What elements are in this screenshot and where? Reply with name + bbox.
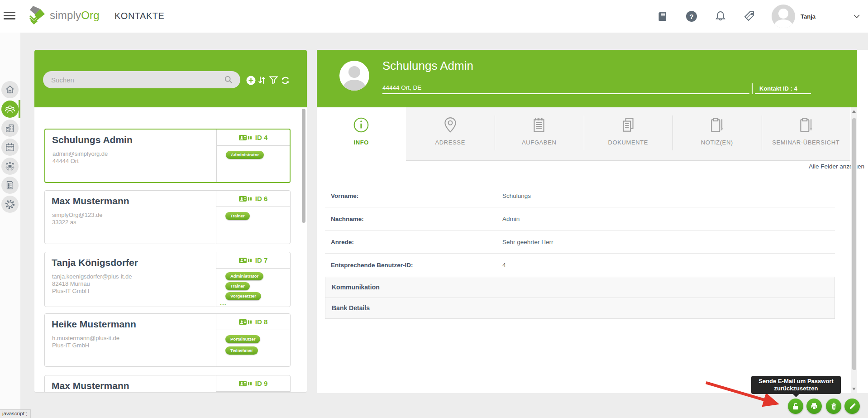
field-value: Sehr geehrter Herr bbox=[502, 239, 553, 245]
notepad-icon bbox=[530, 116, 548, 134]
clipboard-pencil-icon bbox=[708, 116, 725, 134]
simplyorg-logo-icon bbox=[27, 5, 47, 26]
unlock-icon bbox=[792, 402, 800, 410]
filter-icon[interactable] bbox=[268, 75, 278, 85]
logo-link[interactable]: simplyOrg bbox=[27, 5, 100, 26]
print-button[interactable] bbox=[806, 399, 822, 414]
sidebar-item-reports[interactable] bbox=[1, 177, 19, 194]
section-bank-details[interactable]: Bank Details bbox=[325, 298, 835, 319]
search-input[interactable] bbox=[43, 71, 240, 88]
top-header: simplyOrg KONTAKTE ? Tanja bbox=[0, 0, 868, 33]
sidebar-item-network[interactable] bbox=[1, 158, 19, 175]
sidebar-item-settings[interactable] bbox=[1, 196, 19, 213]
page-title: KONTAKTE bbox=[114, 11, 164, 21]
tab-dokumente[interactable]: DOKUMENTE bbox=[584, 107, 673, 161]
detail-header: Schulungs Admin 44444 Ort, DE Kontakt ID… bbox=[317, 50, 857, 107]
logo-text: simplyOrg bbox=[50, 9, 100, 22]
pencil-icon bbox=[849, 403, 856, 410]
contact-name: Tanja Königsdorfer bbox=[52, 257, 138, 268]
contact-details: admin@simplyorg.de44444 Ort bbox=[52, 150, 108, 165]
contact-details: tanja.koenigsdorfer@plus-it.de82418 Murn… bbox=[52, 273, 132, 295]
header-separator bbox=[752, 83, 753, 94]
detail-scrollbar[interactable] bbox=[851, 107, 857, 393]
more-badges-indicator[interactable]: ... bbox=[220, 301, 290, 305]
field-value: 4 bbox=[502, 262, 506, 269]
tab-notizen[interactable]: NOTIZ(EN) bbox=[672, 107, 762, 161]
user-menu-chevron-down-icon[interactable] bbox=[854, 12, 860, 20]
contact-list-panel: Schulungs Admin admin@simplyorg.de44444 … bbox=[34, 50, 307, 392]
role-badges: Portalnutzer Teilnehmer bbox=[216, 332, 290, 355]
scroll-down-icon[interactable] bbox=[852, 388, 856, 390]
sidebar-item-companies[interactable] bbox=[1, 120, 19, 137]
user-name[interactable]: Tanja bbox=[801, 13, 816, 20]
contact-id-label: Kontakt ID : 4 bbox=[759, 85, 797, 92]
role-badge: Trainer bbox=[225, 212, 250, 220]
detail-avatar bbox=[339, 61, 369, 91]
contact-name: Max Mustermann bbox=[52, 380, 129, 391]
field-label: Anrede: bbox=[325, 239, 502, 245]
field-label: Vorname: bbox=[325, 192, 502, 199]
documents-icon bbox=[620, 116, 637, 134]
role-badges: Administrator Trainer Vorgesetzter ... bbox=[216, 270, 290, 305]
info-fields: Vorname: Schulungs Nachname: Admin Anred… bbox=[325, 184, 835, 277]
contact-card[interactable]: Tanja Königsdorfer tanja.koenigsdorfer@p… bbox=[44, 252, 291, 307]
role-badge: Teilnehmer bbox=[225, 346, 258, 355]
id-card-icon bbox=[239, 135, 253, 141]
user-avatar[interactable] bbox=[772, 5, 795, 28]
refresh-icon[interactable] bbox=[280, 75, 290, 85]
detail-tabs: INFO ADRESSE AUFGABEN DOKUMENTE NOTIZ(EN… bbox=[317, 107, 850, 161]
reset-password-button[interactable] bbox=[788, 399, 803, 414]
menu-hamburger-icon[interactable] bbox=[4, 12, 15, 21]
password-reset-tooltip: Sende E-Mail um Passwortzurückzusetzen bbox=[751, 376, 841, 394]
sidebar-item-home[interactable] bbox=[1, 81, 19, 98]
contact-card[interactable]: Heike Mustermann h.mustermann@plus-it.de… bbox=[44, 313, 291, 367]
detail-scrollbar-thumb[interactable] bbox=[852, 118, 856, 370]
id-card-icon bbox=[239, 257, 253, 264]
section-kommunikation[interactable]: Kommunikation bbox=[325, 277, 835, 298]
contact-detail-panel: Schulungs Admin 44444 Ort, DE Kontakt ID… bbox=[317, 50, 868, 393]
browser-status-bar: javascript:; bbox=[0, 409, 31, 418]
contact-id-underline bbox=[755, 93, 811, 94]
map-pin-icon bbox=[442, 116, 459, 134]
contact-card[interactable]: Max Mustermann ID 9 bbox=[44, 375, 291, 392]
field-label: Nachname: bbox=[325, 216, 502, 222]
contact-id: ID 7 bbox=[216, 252, 290, 269]
info-icon bbox=[353, 116, 370, 134]
contact-name: Schulungs Admin bbox=[52, 135, 133, 145]
list-scrollbar-thumb[interactable] bbox=[302, 109, 305, 223]
delete-button[interactable] bbox=[826, 399, 841, 414]
id-card-icon bbox=[239, 319, 253, 325]
tags-icon[interactable] bbox=[743, 10, 756, 23]
tab-aufgaben[interactable]: AUFGABEN bbox=[495, 107, 584, 161]
add-contact-button[interactable] bbox=[246, 75, 256, 85]
help-icon[interactable]: ? bbox=[685, 10, 698, 23]
notifications-bell-icon[interactable] bbox=[714, 10, 727, 23]
active-nav-indicator bbox=[19, 100, 20, 118]
field-value: Schulungs bbox=[502, 192, 531, 199]
contact-id: ID 8 bbox=[216, 314, 290, 330]
sidebar-item-calendar[interactable] bbox=[1, 139, 19, 156]
sidebar-rail bbox=[0, 33, 20, 418]
contact-card[interactable]: Max Mustermann simplyOrg@123.de33322 as … bbox=[44, 190, 291, 244]
handbook-icon[interactable] bbox=[656, 10, 669, 23]
printer-icon bbox=[810, 402, 818, 410]
svg-text:?: ? bbox=[689, 13, 693, 20]
sort-icon[interactable] bbox=[257, 75, 267, 85]
edit-button[interactable] bbox=[844, 399, 860, 414]
role-badge: Vorgesetzter bbox=[225, 292, 261, 300]
id-card-icon bbox=[239, 196, 253, 202]
sidebar-item-contacts[interactable] bbox=[1, 101, 19, 118]
contact-card[interactable]: Schulungs Admin admin@simplyorg.de44444 … bbox=[44, 129, 291, 183]
scroll-up-icon[interactable] bbox=[852, 110, 856, 113]
contact-list-header bbox=[34, 50, 307, 107]
contact-id: ID 4 bbox=[217, 130, 290, 146]
role-badge: Administrator bbox=[226, 151, 264, 159]
field-label: Entsprechende Benutzer-ID: bbox=[325, 262, 502, 269]
field-row: Nachname: Admin bbox=[325, 207, 835, 231]
tab-info[interactable]: INFO bbox=[317, 107, 406, 161]
contact-name: Heike Mustermann bbox=[52, 319, 136, 330]
detail-contact-location: 44444 Ort, DE bbox=[382, 84, 421, 91]
trash-icon bbox=[830, 402, 838, 410]
tab-seminar-uebersicht[interactable]: SEMINAR-ÜBERSICHT bbox=[762, 107, 851, 161]
tab-adresse[interactable]: ADRESSE bbox=[406, 107, 495, 161]
